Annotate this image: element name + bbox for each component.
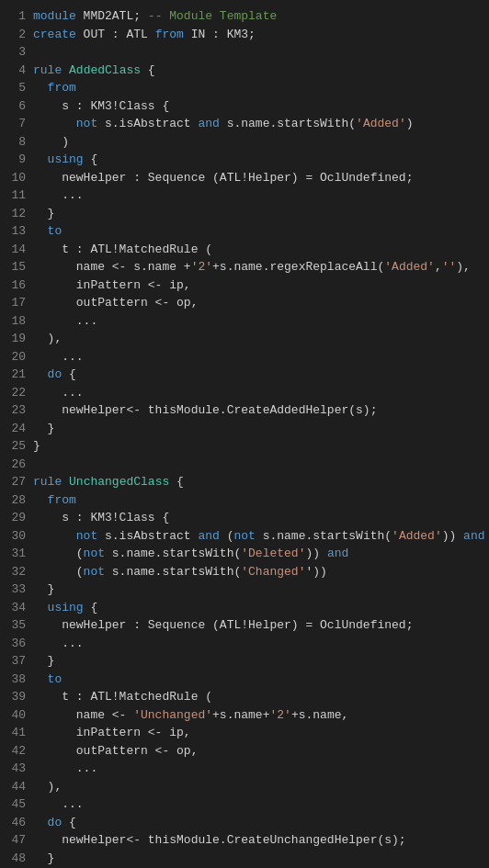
token-kw: and bbox=[198, 117, 219, 130]
line-number: 39 bbox=[7, 688, 26, 706]
line-number: 34 bbox=[7, 599, 26, 617]
line-number: 46 bbox=[7, 814, 26, 832]
token-str: '' bbox=[442, 260, 457, 274]
token-plain: { bbox=[169, 475, 184, 489]
token-str: 'Added' bbox=[392, 529, 442, 543]
line-number: 14 bbox=[7, 241, 26, 259]
token-plain bbox=[33, 816, 48, 829]
code-line: do { bbox=[33, 366, 482, 384]
token-plain: } bbox=[33, 422, 54, 435]
line-number: 23 bbox=[7, 401, 26, 420]
line-number: 3 bbox=[7, 43, 26, 62]
token-plain: { bbox=[84, 601, 98, 614]
token-plain bbox=[33, 601, 48, 614]
token-plain: ) bbox=[33, 135, 69, 149]
line-number: 30 bbox=[7, 527, 26, 546]
token-plain bbox=[33, 224, 48, 238]
token-plain: newHelper : Sequence (ATL!Helper) = OclU… bbox=[33, 171, 413, 185]
token-kw: from bbox=[48, 493, 76, 507]
token-kw: using bbox=[48, 601, 84, 614]
token-plain: newHelper : Sequence (ATL!Helper) = OclU… bbox=[33, 618, 413, 632]
token-plain: s.isAbstract bbox=[97, 117, 198, 130]
token-plain: ... bbox=[33, 761, 97, 775]
code-line: ... bbox=[33, 186, 482, 205]
token-plain: name <- bbox=[33, 708, 133, 722]
token-plain bbox=[62, 475, 69, 489]
token-kw: not bbox=[76, 529, 97, 543]
token-plain bbox=[33, 117, 76, 130]
line-number: 42 bbox=[7, 742, 26, 761]
token-plain: ( bbox=[33, 565, 84, 579]
token-str: 'Deleted' bbox=[241, 547, 305, 560]
token-plain bbox=[33, 672, 48, 686]
code-line: newHelper : Sequence (ATL!Helper) = OclU… bbox=[33, 616, 482, 635]
line-number: 8 bbox=[7, 133, 26, 152]
code-line: ), bbox=[33, 778, 482, 796]
code-line: ... bbox=[33, 348, 482, 366]
token-plain: ... bbox=[33, 797, 84, 811]
token-str: 'Added' bbox=[384, 260, 435, 274]
token-kw: rule bbox=[33, 475, 62, 489]
code-line: ... bbox=[33, 384, 482, 402]
line-number: 25 bbox=[7, 437, 26, 456]
code-line: } bbox=[33, 205, 482, 223]
token-plain bbox=[33, 81, 48, 95]
code-line bbox=[33, 43, 482, 62]
code-line: (not s.name.startsWith('Changed'')) bbox=[33, 563, 482, 581]
token-plain: ), bbox=[456, 260, 471, 274]
token-plain: newHelper<- thisModule.CreateUnchangedHe… bbox=[33, 833, 406, 847]
token-plain: } bbox=[33, 654, 54, 668]
token-rule-name: UnchangedClass bbox=[69, 475, 169, 489]
line-number: 45 bbox=[7, 795, 26, 814]
line-number: 13 bbox=[7, 222, 26, 241]
line-number: 4 bbox=[7, 62, 26, 80]
line-number: 37 bbox=[7, 652, 26, 671]
token-kw: not bbox=[233, 529, 255, 543]
token-plain bbox=[33, 529, 76, 543]
token-kw: not bbox=[84, 547, 105, 560]
token-kw: and bbox=[198, 529, 219, 543]
token-str: 'Changed' bbox=[241, 565, 305, 579]
code-line: } bbox=[33, 581, 482, 599]
line-number: 48 bbox=[7, 850, 26, 868]
code-line: name <- 'Unchanged'+s.name+'2'+s.name, bbox=[33, 706, 482, 725]
line-number: 9 bbox=[7, 151, 26, 169]
code-line: (not s.name.startsWith('Deleted')) and bbox=[33, 545, 482, 563]
line-number: 15 bbox=[7, 258, 26, 276]
token-plain: inPattern <- ip, bbox=[33, 278, 191, 292]
token-plain: MMD2ATL; bbox=[76, 9, 148, 23]
token-plain: name <- s.name + bbox=[33, 260, 191, 274]
line-number: 7 bbox=[7, 115, 26, 133]
token-plain bbox=[33, 367, 48, 381]
code-line: ... bbox=[33, 760, 482, 778]
line-number: 6 bbox=[7, 97, 26, 116]
token-plain: newHelper<- thisModule.CreateAddedHelper… bbox=[33, 403, 377, 417]
token-plain: s.name.startsWith( bbox=[220, 117, 356, 130]
code-line: t : ATL!MatchedRule ( bbox=[33, 688, 482, 706]
code-line: using { bbox=[33, 151, 482, 169]
token-kw: to bbox=[48, 672, 63, 686]
code-line bbox=[33, 456, 482, 474]
token-plain: ')) bbox=[305, 565, 326, 579]
token-plain: } bbox=[33, 207, 54, 220]
token-plain: outPattern <- op, bbox=[33, 744, 198, 758]
code-line: using { bbox=[33, 599, 482, 617]
token-plain: ... bbox=[33, 386, 84, 400]
token-plain: t : ATL!MatchedRule ( bbox=[33, 690, 212, 704]
token-kw: module bbox=[33, 9, 76, 23]
token-plain: ( bbox=[33, 547, 84, 560]
token-kw: create bbox=[33, 28, 76, 41]
line-numbers: 1234567891011121314151617181920212223242… bbox=[0, 7, 33, 868]
token-plain: ) bbox=[406, 117, 414, 130]
line-number: 44 bbox=[7, 778, 26, 796]
line-number: 5 bbox=[7, 79, 26, 97]
line-number: 17 bbox=[7, 294, 26, 312]
code-content[interactable]: module MMD2ATL; -- Module Templatecreate… bbox=[33, 7, 489, 868]
line-number: 11 bbox=[7, 186, 26, 205]
line-number: 18 bbox=[7, 312, 26, 331]
token-plain: { bbox=[62, 816, 76, 829]
token-plain bbox=[62, 63, 69, 77]
token-plain: )) bbox=[442, 529, 463, 543]
token-kw: not bbox=[84, 565, 105, 579]
code-line: s : KM3!Class { bbox=[33, 97, 482, 116]
